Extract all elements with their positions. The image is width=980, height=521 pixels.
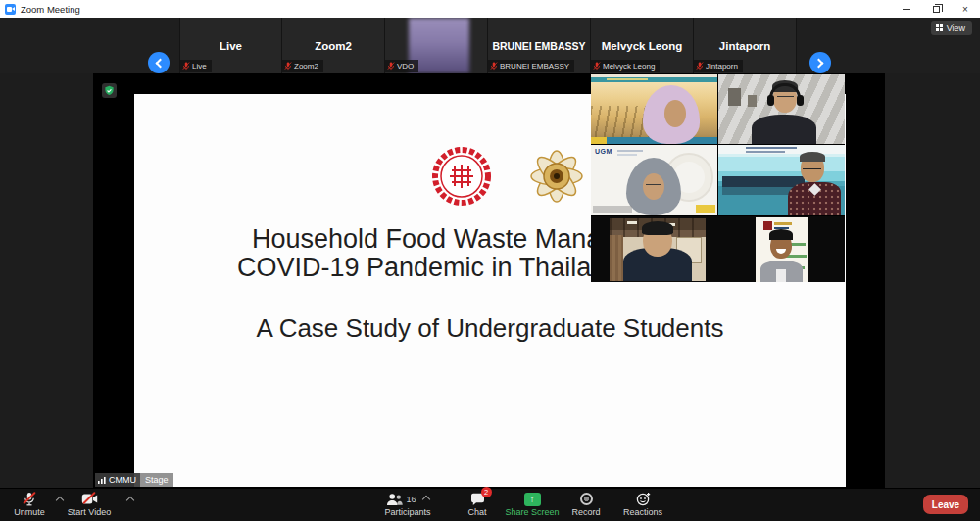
gallery-video-3[interactable]: UGM <box>591 145 717 215</box>
virtual-bg-footer <box>593 206 632 213</box>
titlebar: Zoom Meeting × <box>0 0 980 18</box>
view-button-label: View <box>947 24 965 33</box>
participant-footer: BRUNEI EMBASSY <box>488 60 574 72</box>
slide-subtitle: A Case Study of Undergraduate Students <box>134 313 846 344</box>
virtual-bg-text <box>617 154 637 156</box>
picture-frame <box>748 95 757 107</box>
slide-title-line2: COVID-19 Pandemic in Thailand a <box>237 253 643 283</box>
muted-mic-icon <box>387 62 395 71</box>
video-options-chevron[interactable] <box>126 497 134 504</box>
ugm-watermark: UGM <box>595 148 612 155</box>
record-button[interactable]: Record <box>563 491 610 517</box>
start-video-button[interactable]: Start Video <box>61 491 118 517</box>
close-button[interactable]: × <box>951 0 980 18</box>
share-screen-label: Share Screen <box>505 507 559 517</box>
meeting-toolbar: Unmute Start Video 16 <box>0 488 980 521</box>
view-grid-icon <box>936 24 939 27</box>
participant-footer-label: Melvyck Leong <box>603 62 655 71</box>
virtual-bg-text <box>746 147 797 149</box>
participant-hair <box>769 229 793 240</box>
shirt <box>776 269 786 282</box>
record-icon <box>580 493 593 505</box>
next-participants-button[interactable] <box>809 52 831 73</box>
participant-hair <box>642 221 673 235</box>
unmute-button[interactable]: Unmute <box>6 491 53 517</box>
muted-mic-icon <box>182 62 190 71</box>
participant-face <box>643 173 664 200</box>
participant-tile-live[interactable]: Live Live <box>179 18 282 73</box>
ceiling-light <box>627 221 637 224</box>
banner-logo <box>763 221 772 230</box>
gallery-row-3 <box>591 216 845 282</box>
participant-footer-label: Live <box>192 62 207 71</box>
participant-figure <box>752 115 816 144</box>
leave-label: Leave <box>932 499 959 510</box>
virtual-bg-text <box>607 78 648 80</box>
reactions-smiley-icon <box>636 492 651 506</box>
gallery-video-1[interactable] <box>591 74 717 144</box>
participant-tile-jintaporn[interactable]: Jintaporn Jintaporn <box>694 18 797 73</box>
close-icon: × <box>962 4 968 15</box>
banner-text <box>786 255 807 258</box>
ugm-lotus-logo <box>525 145 588 208</box>
gallery-overlay: UGM <box>591 74 845 282</box>
view-button[interactable]: View <box>931 21 972 35</box>
participant-tile-brunei-embassy[interactable]: BRUNEI EMBASSY BRUNEI EMBASSY <box>488 18 591 73</box>
virtual-bg-text <box>746 151 785 153</box>
previous-participants-button[interactable] <box>148 52 170 73</box>
participant-tile-zoom2[interactable]: Zoom2 Zoom2 <box>282 18 385 73</box>
participant-tile-vdo[interactable]: VDO <box>385 18 488 73</box>
picture-frame <box>728 88 741 106</box>
participants-label: Participants <box>384 507 430 517</box>
participants-button[interactable]: 16 Participants <box>377 491 438 517</box>
participant-filmstrip: Live Live Zoom2 Zoom2 VDO <box>0 18 980 73</box>
participant-footer: VDO <box>385 60 418 72</box>
gallery-video-4[interactable] <box>718 145 845 215</box>
banner-text <box>790 243 806 246</box>
audio-level-icon <box>98 476 106 484</box>
chat-badge: 2 <box>481 487 492 497</box>
headphone-cup <box>797 95 804 106</box>
minimize-icon <box>903 9 910 10</box>
reactions-button[interactable]: Reactions <box>613 491 672 517</box>
muted-mic-icon <box>284 62 292 71</box>
participant-footer: Zoom2 <box>282 60 323 72</box>
security-shield-button[interactable] <box>102 83 117 98</box>
participant-footer-label: BRUNEI EMBASSY <box>500 62 569 71</box>
chat-button[interactable]: 2 Chat <box>454 491 501 517</box>
participant-footer: Jintaporn <box>694 60 743 72</box>
muted-mic-icon <box>696 62 704 71</box>
restore-button[interactable] <box>921 0 951 18</box>
presenter-label: CMMU Stage <box>95 473 173 487</box>
participant-footer-label: VDO <box>397 62 414 71</box>
gallery-video-5[interactable] <box>610 218 706 281</box>
window-controls: × <box>892 0 980 18</box>
gallery-video-2[interactable] <box>718 74 845 144</box>
participant-tile-melvyck-leong[interactable]: Melvyck Leong Melvyck Leong <box>591 18 694 73</box>
share-screen-icon: ↑ <box>524 493 541 506</box>
participant-footer-label: Jintaporn <box>706 62 738 71</box>
chevron-left-icon <box>156 58 166 68</box>
muted-mic-icon <box>490 62 498 71</box>
muted-mic-icon <box>593 62 601 71</box>
share-screen-button[interactable]: ↑ Share Screen <box>501 491 564 517</box>
slide-title-line1: Household Food Waste Manage <box>252 224 630 255</box>
restore-icon <box>933 6 940 13</box>
zoom-app-icon <box>5 4 16 15</box>
participant-footer-label: Zoom2 <box>294 62 318 71</box>
glasses <box>777 93 794 97</box>
participant-face <box>664 100 686 127</box>
participant-footer: Live <box>180 60 212 72</box>
presenter-tag: Stage <box>140 473 173 487</box>
chevron-right-icon <box>814 58 824 68</box>
reactions-label: Reactions <box>623 507 662 517</box>
record-label: Record <box>571 507 600 517</box>
banner-text <box>774 222 792 225</box>
minimize-button[interactable] <box>892 0 921 18</box>
leave-button[interactable]: Leave <box>923 495 968 514</box>
gallery-video-6[interactable] <box>756 217 808 282</box>
virtual-bg-chip <box>696 205 715 213</box>
participants-options-chevron[interactable] <box>421 495 429 502</box>
participants-icon <box>386 493 403 506</box>
curtain <box>610 235 623 281</box>
